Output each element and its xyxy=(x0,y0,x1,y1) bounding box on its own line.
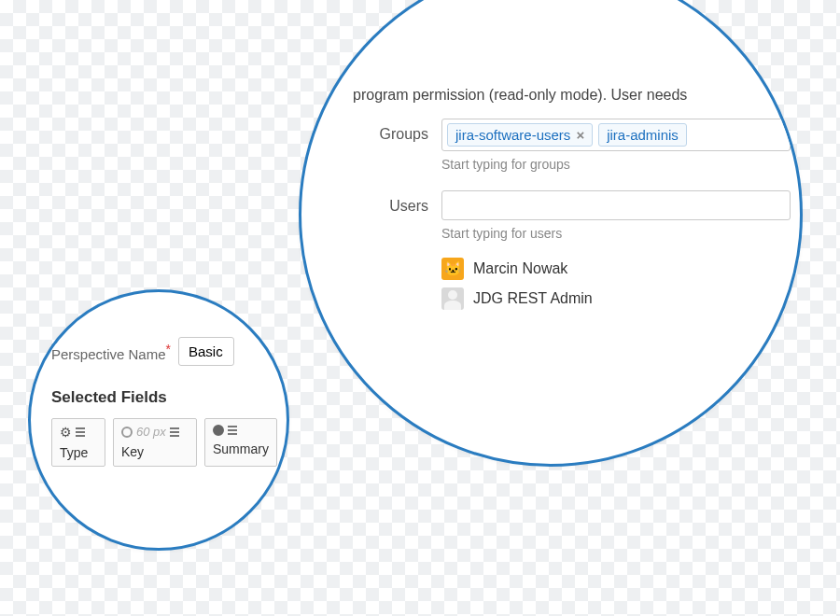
field-chip-label: Key xyxy=(121,444,189,459)
selected-fields-title: Selected Fields xyxy=(51,388,287,407)
remove-tag-icon[interactable]: × xyxy=(576,127,584,143)
width-text: 60 px xyxy=(136,425,166,439)
perspective-callout: Perspective Name* Selected Fields ⚙ Type… xyxy=(28,289,289,551)
selected-fields-list: ⚙ Type 60 px Key Summary xyxy=(51,418,287,467)
user-name: JDG REST Admin xyxy=(473,290,593,307)
groups-input[interactable]: jira-software-users × jira-adminis xyxy=(441,119,791,151)
align-icon xyxy=(170,427,179,437)
radio-icon xyxy=(121,427,133,438)
gear-icon: ⚙ xyxy=(60,425,72,440)
align-icon xyxy=(76,427,85,437)
radio-icon xyxy=(213,425,224,436)
groups-hint: Start typing for groups xyxy=(441,157,791,172)
user-suggestion[interactable]: 🐱 Marcin Nowak xyxy=(441,254,791,284)
users-label: Users xyxy=(353,190,441,215)
user-suggestion[interactable]: JDG REST Admin xyxy=(441,284,791,314)
perspective-name-row: Perspective Name* xyxy=(51,337,287,366)
group-tag-label: jira-adminis xyxy=(607,127,679,143)
user-suggestions: 🐱 Marcin Nowak JDG REST Admin xyxy=(441,254,791,314)
align-icon xyxy=(228,426,237,435)
groups-row: Groups jira-software-users × jira-admini… xyxy=(353,119,791,185)
avatar-emoji: 🐱 xyxy=(444,260,462,277)
required-asterisk: * xyxy=(166,342,171,357)
group-tag-label: jira-software-users xyxy=(455,127,570,143)
field-chip[interactable]: 60 px Key xyxy=(113,418,197,467)
group-tag[interactable]: jira-software-users × xyxy=(447,123,593,147)
perspective-name-label: Perspective Name* xyxy=(51,342,171,362)
avatar xyxy=(441,287,464,310)
users-input[interactable] xyxy=(441,190,791,220)
field-chip-label: Type xyxy=(60,445,97,460)
avatar: 🐱 xyxy=(441,258,464,280)
group-tag[interactable]: jira-adminis xyxy=(598,123,687,147)
perspective-name-input[interactable] xyxy=(178,337,234,366)
permission-description: program permission (read-only mode). Use… xyxy=(353,87,791,104)
user-name: Marcin Nowak xyxy=(473,260,567,277)
groups-label: Groups xyxy=(353,119,441,143)
field-chip[interactable]: ⚙ Type xyxy=(51,418,105,467)
field-chip-label: Summary xyxy=(213,441,269,456)
users-row: Users Start typing for users 🐱 Marcin No… xyxy=(353,190,791,314)
users-hint: Start typing for users xyxy=(441,226,791,241)
field-chip[interactable]: Summary xyxy=(204,418,277,467)
